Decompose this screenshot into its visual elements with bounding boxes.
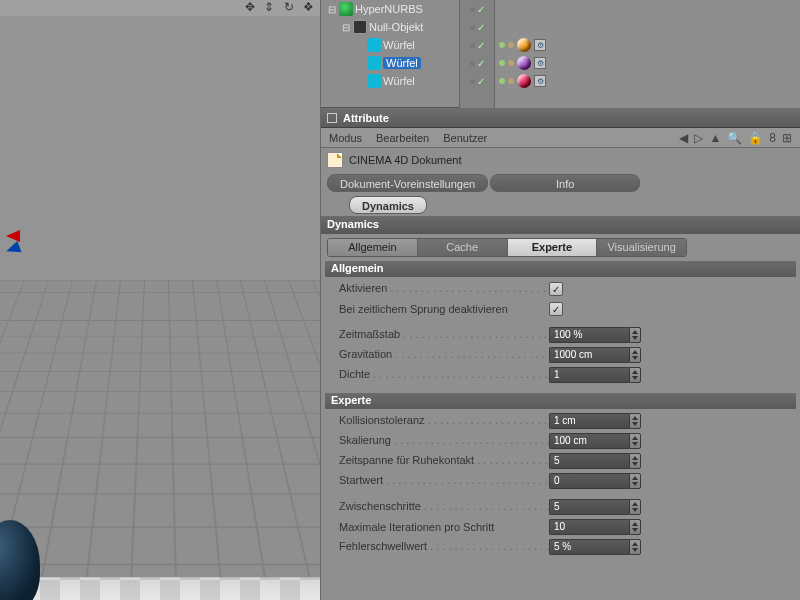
spinner-icon[interactable] — [629, 433, 641, 449]
material-tag-icon[interactable] — [517, 74, 531, 88]
spinner-icon[interactable] — [629, 473, 641, 489]
tag-row[interactable]: ⚙ — [495, 72, 800, 90]
pill-dynamics[interactable]: Dynamics — [349, 196, 427, 214]
spinner-icon[interactable] — [629, 539, 641, 555]
visibility-cell[interactable]: ✓ — [460, 36, 494, 54]
menu-bearbeiten[interactable]: Bearbeiten — [376, 132, 429, 144]
pan-icon[interactable]: ✥ — [245, 0, 257, 14]
tab-allgemein[interactable]: Allgemein — [328, 239, 418, 256]
right-panel: ⊟ HyperNURBS ⊟ Null-Objekt Würfel Würfel — [320, 0, 800, 600]
viewport-toolbar: ✥ ⇕ ↻ ❖ — [0, 0, 320, 16]
spinner-icon[interactable] — [629, 413, 641, 429]
param-label: Startwert — [339, 474, 549, 488]
param-label: Zwischenschritte — [339, 500, 549, 514]
field-dichte[interactable]: 1 — [549, 367, 641, 383]
param-label: Aktivieren — [339, 282, 549, 296]
spinner-icon[interactable] — [629, 519, 641, 535]
spinner-icon[interactable] — [629, 367, 641, 383]
spinner-icon[interactable] — [629, 327, 641, 343]
object-manager: ⊟ HyperNURBS ⊟ Null-Objekt Würfel Würfel — [321, 0, 800, 108]
pill-info[interactable]: Info — [490, 174, 640, 192]
spinner-icon[interactable] — [629, 499, 641, 515]
checkbox-aktivieren[interactable]: ✓ — [549, 282, 563, 296]
tag-row — [495, 0, 800, 18]
link-icon[interactable]: 8 — [769, 131, 776, 145]
param-bei-sprung: Bei zeitlichem Sprung deaktivieren ✓ — [329, 299, 792, 319]
collapse-icon[interactable]: ⊟ — [327, 4, 337, 15]
axis-gizmo[interactable] — [0, 220, 30, 250]
pill-document-settings[interactable]: Dokument-Voreinstellungen — [327, 174, 488, 192]
visibility-cell[interactable]: ✓ — [460, 54, 494, 72]
history-up-icon[interactable]: ▲ — [709, 131, 721, 145]
section-dynamics: Dynamics — [321, 216, 800, 234]
param-label: Gravitation — [339, 348, 549, 362]
collapse-icon[interactable]: ⊟ — [341, 22, 351, 33]
material-tag-icon[interactable] — [517, 38, 531, 52]
dynamics-tabs: Allgemein Cache Experte Visualisierung — [327, 238, 687, 257]
tree-row-cube[interactable]: Würfel — [325, 72, 451, 90]
tab-cache[interactable]: Cache — [418, 239, 508, 256]
search-icon[interactable]: 🔍 — [727, 131, 742, 145]
viewport-3d[interactable]: ✥ ⇕ ↻ ❖ — [0, 0, 320, 600]
dolly-icon[interactable]: ⇕ — [264, 0, 276, 14]
tag-row[interactable]: ⚙ — [495, 36, 800, 54]
param-label: Skalierung — [339, 434, 549, 448]
param-bullet-icon: ○ — [329, 331, 339, 340]
history-back-icon[interactable]: ◀ — [679, 131, 688, 145]
field-gravitation[interactable]: 1000 cm — [549, 347, 641, 363]
param-bullet-icon: ○ — [329, 351, 339, 360]
object-label: Null-Objekt — [369, 21, 423, 33]
param-label: Zeitmaßstab — [339, 328, 549, 342]
visibility-cell[interactable]: ✓ — [460, 18, 494, 36]
lock-icon[interactable]: 🔒 — [748, 131, 763, 145]
document-icon — [327, 152, 343, 168]
tree-row-hypernurbs[interactable]: ⊟ HyperNURBS — [325, 0, 451, 18]
field-fehler[interactable]: 5 % — [549, 539, 641, 555]
cube-icon — [367, 38, 381, 52]
field-kollisionstoleranz[interactable]: 1 cm — [549, 413, 641, 429]
material-tag-icon[interactable] — [517, 56, 531, 70]
field-zwischenschritte[interactable]: 5 — [549, 499, 641, 515]
dynamics-tag-icon[interactable]: ⚙ — [534, 57, 546, 69]
param-bullet-icon: ○ — [329, 371, 339, 380]
attribute-manager: Attribute Modus Bearbeiten Benutzer ◀ ▷ … — [321, 108, 800, 600]
panel-menu-icon[interactable] — [327, 113, 337, 123]
attribute-titlebar: Attribute — [321, 108, 800, 128]
spinner-icon[interactable] — [629, 347, 641, 363]
param-bullet-icon: ○ — [329, 457, 339, 466]
maximize-icon[interactable]: ❖ — [303, 0, 316, 14]
group-allgemein: Allgemein — [325, 261, 796, 277]
tree-row-cube[interactable]: Würfel — [325, 36, 451, 54]
hypernurbs-icon — [339, 2, 353, 16]
param-gravitation: ○ Gravitation 1000 cm — [329, 345, 792, 365]
param-dichte: ○ Dichte 1 — [329, 365, 792, 385]
tab-experte[interactable]: Experte — [508, 239, 598, 256]
object-label: Würfel — [383, 39, 415, 51]
field-skalierung[interactable]: 100 cm — [549, 433, 641, 449]
tree-row-null[interactable]: ⊟ Null-Objekt — [325, 18, 451, 36]
param-zwischenschritte: ○ Zwischenschritte 5 — [329, 497, 792, 517]
dynamics-tag-icon[interactable]: ⚙ — [534, 75, 546, 87]
checkbox-bei-sprung[interactable]: ✓ — [549, 302, 563, 316]
visibility-cell[interactable]: ✓ — [460, 0, 494, 18]
param-label: Fehlerschwellwert — [339, 540, 549, 554]
param-zeitmassstab: ○ Zeitmaßstab 100 % — [329, 325, 792, 345]
field-zeitmassstab[interactable]: 100 % — [549, 327, 641, 343]
tag-column: ⚙ ⚙ ⚙ — [495, 0, 800, 108]
param-label: Zeitspanne für Ruhekontakt — [339, 454, 549, 468]
tab-visualisierung[interactable]: Visualisierung — [597, 239, 686, 256]
dynamics-tag-icon[interactable]: ⚙ — [534, 39, 546, 51]
tree-row-cube-selected[interactable]: Würfel — [325, 54, 451, 72]
history-forward-icon[interactable]: ▷ — [694, 131, 703, 145]
field-startwert[interactable]: 0 — [549, 473, 641, 489]
field-max-iter[interactable]: 10 — [549, 519, 641, 535]
new-window-icon[interactable]: ⊞ — [782, 131, 792, 145]
tag-row[interactable]: ⚙ — [495, 54, 800, 72]
param-bullet-icon: ○ — [329, 543, 339, 552]
spinner-icon[interactable] — [629, 453, 641, 469]
menu-modus[interactable]: Modus — [329, 132, 362, 144]
orbit-icon[interactable]: ↻ — [284, 0, 296, 14]
field-zeitspanne[interactable]: 5 — [549, 453, 641, 469]
menu-benutzer[interactable]: Benutzer — [443, 132, 487, 144]
visibility-cell[interactable]: ✓ — [460, 72, 494, 90]
